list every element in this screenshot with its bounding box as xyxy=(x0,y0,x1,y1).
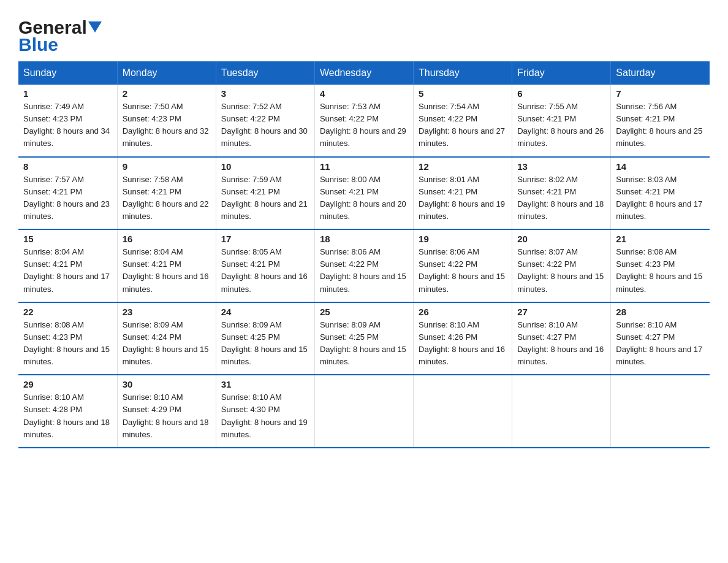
calendar-week-row: 1 Sunrise: 7:49 AMSunset: 4:23 PMDayligh… xyxy=(18,85,710,157)
header-saturday: Saturday xyxy=(611,61,710,85)
day-number: 23 xyxy=(123,307,211,317)
calendar-cell: 25 Sunrise: 8:09 AMSunset: 4:25 PMDaylig… xyxy=(314,302,413,375)
calendar-cell: 6 Sunrise: 7:55 AMSunset: 4:21 PMDayligh… xyxy=(512,85,611,157)
day-number: 9 xyxy=(123,161,211,172)
header-friday: Friday xyxy=(512,61,611,85)
day-info: Sunrise: 7:58 AMSunset: 4:21 PMDaylight:… xyxy=(123,175,209,221)
day-info: Sunrise: 8:10 AMSunset: 4:29 PMDaylight:… xyxy=(123,393,209,439)
calendar-cell: 1 Sunrise: 7:49 AMSunset: 4:23 PMDayligh… xyxy=(18,85,117,157)
day-info: Sunrise: 8:03 AMSunset: 4:21 PMDaylight:… xyxy=(616,175,702,221)
day-info: Sunrise: 7:56 AMSunset: 4:21 PMDaylight:… xyxy=(616,102,702,148)
day-info: Sunrise: 7:49 AMSunset: 4:23 PMDaylight:… xyxy=(23,102,110,148)
calendar-cell: 12 Sunrise: 8:01 AMSunset: 4:21 PMDaylig… xyxy=(414,157,512,230)
header-wednesday: Wednesday xyxy=(314,61,413,85)
day-number: 3 xyxy=(221,88,309,99)
svg-marker-0 xyxy=(88,21,102,33)
calendar-cell: 18 Sunrise: 8:06 AMSunset: 4:22 PMDaylig… xyxy=(314,229,413,302)
day-number: 28 xyxy=(616,307,705,317)
calendar-cell: 30 Sunrise: 8:10 AMSunset: 4:29 PMDaylig… xyxy=(117,375,216,448)
day-number: 19 xyxy=(419,234,507,244)
day-info: Sunrise: 8:10 AMSunset: 4:27 PMDaylight:… xyxy=(616,320,702,366)
day-info: Sunrise: 8:09 AMSunset: 4:25 PMDaylight:… xyxy=(221,320,308,366)
calendar-cell: 17 Sunrise: 8:05 AMSunset: 4:21 PMDaylig… xyxy=(216,229,314,302)
day-info: Sunrise: 8:10 AMSunset: 4:30 PMDaylight:… xyxy=(221,393,308,439)
calendar-cell: 22 Sunrise: 8:08 AMSunset: 4:23 PMDaylig… xyxy=(18,302,117,375)
day-number: 21 xyxy=(616,234,705,244)
day-number: 30 xyxy=(123,379,211,389)
day-info: Sunrise: 8:04 AMSunset: 4:21 PMDaylight:… xyxy=(23,247,110,293)
day-number: 1 xyxy=(23,88,112,99)
calendar-cell: 21 Sunrise: 8:08 AMSunset: 4:23 PMDaylig… xyxy=(611,229,710,302)
day-info: Sunrise: 8:06 AMSunset: 4:22 PMDaylight:… xyxy=(419,247,505,293)
calendar-cell: 28 Sunrise: 8:10 AMSunset: 4:27 PMDaylig… xyxy=(611,302,710,375)
day-number: 4 xyxy=(320,88,408,99)
calendar-cell: 7 Sunrise: 7:56 AMSunset: 4:21 PMDayligh… xyxy=(611,85,710,157)
calendar-cell: 3 Sunrise: 7:52 AMSunset: 4:22 PMDayligh… xyxy=(216,85,314,157)
header-thursday: Thursday xyxy=(414,61,512,85)
day-number: 18 xyxy=(320,234,408,244)
day-number: 14 xyxy=(616,161,705,172)
calendar-cell: 13 Sunrise: 8:02 AMSunset: 4:21 PMDaylig… xyxy=(512,157,611,230)
logo-arrow-icon xyxy=(88,21,102,35)
day-info: Sunrise: 7:50 AMSunset: 4:23 PMDaylight:… xyxy=(123,102,209,148)
day-number: 16 xyxy=(123,234,211,244)
calendar-week-row: 29 Sunrise: 8:10 AMSunset: 4:28 PMDaylig… xyxy=(18,375,710,448)
day-number: 17 xyxy=(221,234,309,244)
day-info: Sunrise: 8:10 AMSunset: 4:26 PMDaylight:… xyxy=(419,320,505,366)
calendar-cell: 11 Sunrise: 8:00 AMSunset: 4:21 PMDaylig… xyxy=(314,157,413,230)
day-number: 12 xyxy=(419,161,507,172)
calendar-cell: 29 Sunrise: 8:10 AMSunset: 4:28 PMDaylig… xyxy=(18,375,117,448)
day-info: Sunrise: 7:53 AMSunset: 4:22 PMDaylight:… xyxy=(320,102,406,148)
logo-blue-text: Blue xyxy=(18,34,58,55)
header-tuesday: Tuesday xyxy=(216,61,314,85)
day-number: 27 xyxy=(517,307,605,317)
calendar-cell: 26 Sunrise: 8:10 AMSunset: 4:26 PMDaylig… xyxy=(414,302,512,375)
day-number: 13 xyxy=(517,161,605,172)
day-number: 31 xyxy=(221,379,309,389)
day-number: 22 xyxy=(23,307,112,317)
day-info: Sunrise: 8:09 AMSunset: 4:25 PMDaylight:… xyxy=(320,320,406,366)
day-info: Sunrise: 8:06 AMSunset: 4:22 PMDaylight:… xyxy=(320,247,406,293)
header-monday: Monday xyxy=(117,61,216,85)
calendar-cell: 27 Sunrise: 8:10 AMSunset: 4:27 PMDaylig… xyxy=(512,302,611,375)
calendar-cell: 9 Sunrise: 7:58 AMSunset: 4:21 PMDayligh… xyxy=(117,157,216,230)
calendar-table: SundayMondayTuesdayWednesdayThursdayFrid… xyxy=(18,61,710,448)
calendar-cell: 10 Sunrise: 7:59 AMSunset: 4:21 PMDaylig… xyxy=(216,157,314,230)
day-info: Sunrise: 7:52 AMSunset: 4:22 PMDaylight:… xyxy=(221,102,308,148)
header-sunday: Sunday xyxy=(18,61,117,85)
day-number: 6 xyxy=(517,88,605,99)
day-number: 11 xyxy=(320,161,408,172)
calendar-cell: 8 Sunrise: 7:57 AMSunset: 4:21 PMDayligh… xyxy=(18,157,117,230)
calendar-cell: 2 Sunrise: 7:50 AMSunset: 4:23 PMDayligh… xyxy=(117,85,216,157)
calendar-cell xyxy=(314,375,413,448)
calendar-cell: 4 Sunrise: 7:53 AMSunset: 4:22 PMDayligh… xyxy=(314,85,413,157)
calendar-cell xyxy=(611,375,710,448)
calendar-cell xyxy=(414,375,512,448)
calendar-week-row: 15 Sunrise: 8:04 AMSunset: 4:21 PMDaylig… xyxy=(18,229,710,302)
calendar-cell: 20 Sunrise: 8:07 AMSunset: 4:22 PMDaylig… xyxy=(512,229,611,302)
calendar-cell: 31 Sunrise: 8:10 AMSunset: 4:30 PMDaylig… xyxy=(216,375,314,448)
calendar-week-row: 22 Sunrise: 8:08 AMSunset: 4:23 PMDaylig… xyxy=(18,302,710,375)
day-number: 8 xyxy=(23,161,112,172)
day-info: Sunrise: 7:55 AMSunset: 4:21 PMDaylight:… xyxy=(517,102,604,148)
day-info: Sunrise: 8:00 AMSunset: 4:21 PMDaylight:… xyxy=(320,175,406,221)
day-number: 15 xyxy=(23,234,112,244)
day-info: Sunrise: 8:08 AMSunset: 4:23 PMDaylight:… xyxy=(23,320,110,366)
calendar-cell: 19 Sunrise: 8:06 AMSunset: 4:22 PMDaylig… xyxy=(414,229,512,302)
logo: General Blue xyxy=(18,18,102,55)
calendar-cell: 16 Sunrise: 8:04 AMSunset: 4:21 PMDaylig… xyxy=(117,229,216,302)
day-number: 26 xyxy=(419,307,507,317)
day-number: 25 xyxy=(320,307,408,317)
day-number: 29 xyxy=(23,379,112,389)
calendar-week-row: 8 Sunrise: 7:57 AMSunset: 4:21 PMDayligh… xyxy=(18,157,710,230)
day-number: 20 xyxy=(517,234,605,244)
day-number: 2 xyxy=(123,88,211,99)
day-number: 24 xyxy=(221,307,309,317)
calendar-header-row: SundayMondayTuesdayWednesdayThursdayFrid… xyxy=(18,61,710,85)
calendar-cell xyxy=(512,375,611,448)
day-info: Sunrise: 8:01 AMSunset: 4:21 PMDaylight:… xyxy=(419,175,505,221)
day-number: 5 xyxy=(419,88,507,99)
day-info: Sunrise: 8:05 AMSunset: 4:21 PMDaylight:… xyxy=(221,247,308,293)
day-number: 7 xyxy=(616,88,705,99)
day-info: Sunrise: 8:09 AMSunset: 4:24 PMDaylight:… xyxy=(123,320,209,366)
